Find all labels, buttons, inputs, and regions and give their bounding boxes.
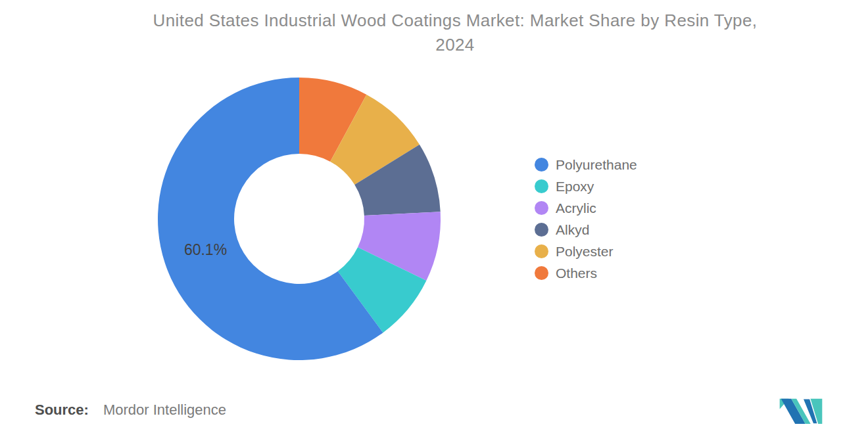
legend-label-others: Others	[556, 265, 597, 281]
legend-label-acrylic: Acrylic	[556, 200, 596, 216]
slice-value-label-polyurethane: 60.1%	[184, 241, 227, 258]
legend-item-epoxy: Epoxy	[535, 175, 637, 197]
legend-item-others: Others	[535, 262, 637, 284]
legend-item-acrylic: Acrylic	[535, 197, 637, 219]
source-value: Mordor Intelligence	[103, 402, 226, 418]
mordor-intelligence-logo	[779, 394, 823, 424]
legend-swatch-polyester	[535, 244, 548, 258]
legend-swatch-acrylic	[535, 201, 548, 215]
legend-swatch-others	[535, 266, 548, 280]
chart-figure: United States Industrial Wood Coatings M…	[0, 0, 868, 437]
source-line: Source:Mordor Intelligence	[35, 402, 226, 419]
legend-item-polyester: Polyester	[535, 241, 637, 262]
legend: PolyurethaneEpoxyAcrylicAlkydPolyesterOt…	[535, 154, 637, 284]
legend-item-alkyd: Alkyd	[535, 219, 637, 241]
mordor-logo-mark	[779, 394, 823, 424]
donut-chart: 60.1%	[0, 0, 868, 437]
legend-swatch-epoxy	[535, 179, 548, 193]
legend-label-polyester: Polyester	[556, 244, 614, 260]
legend-label-alkyd: Alkyd	[556, 222, 589, 238]
legend-label-polyurethane: Polyurethane	[556, 157, 637, 173]
legend-label-epoxy: Epoxy	[556, 179, 594, 195]
legend-swatch-alkyd	[535, 223, 548, 237]
source-label: Source:	[35, 402, 89, 418]
legend-swatch-polyurethane	[535, 158, 548, 172]
legend-item-polyurethane: Polyurethane	[535, 154, 637, 175]
